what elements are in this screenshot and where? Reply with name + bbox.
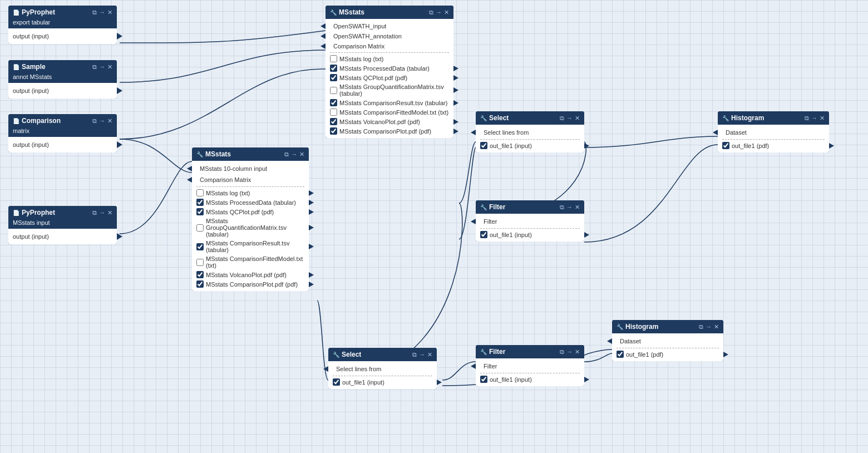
node-title-sb: Select (342, 351, 410, 358)
close-btn-fb[interactable]: ✕ (575, 348, 580, 356)
arrow-btn-fb[interactable]: → (566, 348, 573, 355)
node-title-ft: Filter (489, 203, 558, 211)
cb-msl-log[interactable]: MSstats log (txt) (192, 188, 309, 198)
close-btn-msl[interactable]: ✕ (299, 151, 304, 158)
copy-btn-fb[interactable]: ⧉ (560, 348, 564, 356)
cb-label: MSstats ComparisonFittedModel.txt (txt) (339, 109, 448, 116)
cb-hb-out[interactable]: out_file1 (pdf) (612, 349, 723, 359)
node-header-msstats-left: 🔧 MSstats ⧉ → ✕ (192, 147, 309, 161)
arrow-btn-comparison[interactable]: → (99, 117, 105, 124)
node-header-select-top: 🔧 Select ⧉ → ✕ (476, 111, 584, 125)
copy-btn-hb[interactable]: ⧉ (699, 323, 703, 331)
port-arrow-right[interactable] (117, 87, 122, 94)
node-title-pyprophet-export: PyProphet (22, 8, 90, 16)
cb-st-out[interactable]: out_file1 (input) (476, 141, 584, 150)
node-pyprophet-export: 📄 PyProphet ⧉ → ✕ export tabular output … (8, 6, 117, 44)
arrow-btn-msc[interactable]: → (436, 9, 442, 16)
cb-msc-compplot[interactable]: MSstats ComparisonPlot.pdf (pdf) (326, 126, 453, 136)
port-comparison-out: output (input) (8, 139, 117, 150)
node-header-comparison: 📄 Comparison ⧉ → ✕ (8, 114, 117, 127)
port-st-in: Select lines from (476, 127, 584, 138)
port-arrow-right[interactable] (117, 33, 122, 40)
cb-label: out_file1 (input) (490, 376, 532, 383)
close-btn-sample[interactable]: ✕ (107, 63, 112, 71)
node-comparison-matrix: 📄 Comparison ⧉ → ✕ matrix output (input) (8, 114, 117, 152)
port-arrow-left[interactable] (187, 166, 192, 171)
copy-btn-ft[interactable]: ⧉ (560, 204, 564, 211)
node-filter-top: 🔧 Filter ⧉ → ✕ Filter out_file1 (input) (476, 200, 584, 242)
node-title-fb: Filter (489, 348, 558, 356)
cb-msc-comparison[interactable]: MSstats ComparisonResult.tsv (tabular) (326, 98, 453, 107)
copy-btn-msc[interactable]: ⧉ (429, 9, 433, 16)
node-select-top: 🔧 Select ⧉ → ✕ Select lines from out_fil… (476, 111, 584, 152)
copy-btn-pyprophet-export[interactable]: ⧉ (92, 9, 97, 16)
copy-btn-ppms[interactable]: ⧉ (92, 209, 97, 216)
cb-label: out_file1 (input) (490, 232, 532, 238)
cb-label: out_file1 (input) (490, 142, 532, 149)
arrow-btn-sb[interactable]: → (419, 351, 425, 358)
cb-msl-fitted[interactable]: MSstats ComparisonFittedModel.txt (txt) (192, 254, 309, 270)
node-body-select-bottom: Select lines from out_file1 (input) (328, 361, 437, 389)
close-btn-ppms[interactable]: ✕ (107, 209, 112, 216)
arrow-btn-pyprophet-export[interactable]: → (99, 9, 105, 16)
cb-msc-groupquant[interactable]: MSstats GroupQuantificationMatrix.tsv (t… (326, 82, 453, 98)
port-arrow-right[interactable] (117, 233, 122, 240)
node-title-sample: Sample (22, 63, 90, 71)
port-arrow-left2[interactable] (187, 177, 192, 183)
doc-icon-sample: 📄 (13, 64, 19, 70)
cb-msl-processed[interactable]: MSstats ProcessedData (tabular) (192, 198, 309, 207)
close-btn-comparison[interactable]: ✕ (107, 117, 112, 125)
cb-msl-comparison[interactable]: MSstats ComparisonResult.tsv (tabular) (192, 239, 309, 254)
close-btn-ht[interactable]: ✕ (820, 115, 825, 122)
port-label: Filter (484, 218, 497, 225)
cb-fb-out[interactable]: out_file1 (input) (476, 375, 584, 384)
cb-label: out_file1 (pdf) (732, 142, 769, 149)
close-btn-st[interactable]: ✕ (575, 115, 580, 122)
port-msl-in1: MSstats 10-column input (192, 163, 309, 174)
cb-sb-out[interactable]: out_file1 (input) (328, 377, 437, 387)
copy-btn-msl[interactable]: ⧉ (284, 151, 289, 158)
close-btn-hb[interactable]: ✕ (714, 323, 719, 331)
cb-msl-groupquant[interactable]: MSstats GroupQuantificationMatrix.tsv (t… (192, 216, 309, 239)
cb-ht-out[interactable]: out_file1 (pdf) (718, 141, 829, 150)
node-title-hb: Histogram (625, 323, 697, 331)
port-label: Dataset (726, 129, 747, 136)
cb-msc-volcano[interactable]: MSstats VolcanoPlot.pdf (pdf) (326, 117, 453, 126)
arrow-btn-ht[interactable]: → (811, 115, 817, 121)
node-header-sample-annot: 📄 Sample ⧉ → ✕ (8, 60, 117, 73)
arrow-btn-hb[interactable]: → (706, 323, 712, 330)
node-subtitle-sample: annot MSstats (8, 73, 117, 83)
cb-msc-fitted[interactable]: MSstats ComparisonFittedModel.txt (txt) (326, 107, 453, 117)
arrow-btn-st[interactable]: → (566, 115, 573, 121)
cb-label: MSstats VolcanoPlot.pdf (pdf) (206, 272, 287, 278)
node-histogram-bottom: 🔧 Histogram ⧉ → ✕ Dataset out_file1 (pdf… (612, 320, 723, 361)
cb-msl-compplot[interactable]: MSstats ComparisonPlot.pdf (pdf) (192, 279, 309, 289)
cb-msc-processed[interactable]: MSstats ProcessedData (tabular) (326, 63, 453, 73)
node-title-msl: MSstats (205, 150, 282, 158)
arrow-btn-sample[interactable]: → (99, 63, 105, 70)
cb-msl-qcplot[interactable]: MSstats QCPlot.pdf (pdf) (192, 207, 309, 216)
arrow-btn-ft[interactable]: → (566, 204, 573, 210)
cb-msc-qcplot[interactable]: MSstats QCPlot.pdf (pdf) (326, 73, 453, 82)
close-btn-ft[interactable]: ✕ (575, 204, 580, 211)
cb-label: MSstats ProcessedData (tabular) (339, 65, 430, 72)
arrow-btn-msl[interactable]: → (291, 151, 297, 157)
close-btn-msc[interactable]: ✕ (444, 9, 449, 16)
cb-ft-out[interactable]: out_file1 (input) (476, 230, 584, 239)
port-label: Select lines from (484, 129, 529, 136)
cb-msl-volcano[interactable]: MSstats VolcanoPlot.pdf (pdf) (192, 270, 309, 279)
copy-btn-comparison[interactable]: ⧉ (92, 117, 97, 125)
copy-btn-st[interactable]: ⧉ (560, 115, 564, 122)
close-btn-pyprophet-export[interactable]: ✕ (107, 9, 112, 16)
wrench-icon-ft: 🔧 (480, 204, 487, 210)
cb-label: MSstats ProcessedData (tabular) (206, 199, 296, 206)
cb-msc-log[interactable]: MSstats log (txt) (326, 54, 453, 63)
copy-btn-ht[interactable]: ⧉ (805, 115, 809, 122)
close-btn-sb[interactable]: ✕ (427, 351, 432, 358)
port-sb-in: Select lines from (328, 363, 437, 375)
copy-btn-sample[interactable]: ⧉ (92, 63, 97, 71)
arrow-btn-ppms[interactable]: → (99, 209, 105, 216)
port-arrow-right[interactable] (117, 141, 122, 148)
copy-btn-sb[interactable]: ⧉ (412, 351, 417, 358)
cb-label: MSstats ComparisonResult.tsv (tabular) (206, 240, 304, 253)
